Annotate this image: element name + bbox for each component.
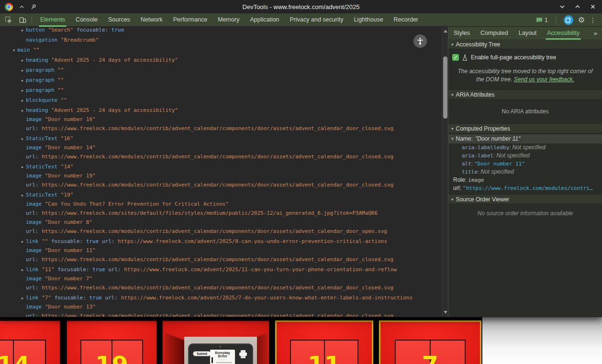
tab-application[interactable]: Application [245,13,284,27]
tree-part-url: https://www.freelock.com/modules/contrib… [42,125,393,132]
tree-row[interactable]: ▸StaticText "19" [0,190,448,200]
expander-collapsed-icon[interactable]: ▸ [19,190,26,200]
advent-door-14[interactable]: 14 [0,320,61,364]
expander-collapsed-icon[interactable]: ▸ [19,96,26,106]
computed-prop-aria-labelledby: aria-labelledby: Not specified [448,143,602,152]
tree-row[interactable]: ▸link "11" focusable: true url: https://… [0,265,448,275]
tree-row[interactable]: url: https://www.freelock.com/modules/co… [0,254,448,265]
tree-scrollbar[interactable] [442,27,448,317]
tree-row[interactable]: ▸StaticText "16" [0,133,448,143]
device-toolbar-icon[interactable] [16,15,29,25]
tab-lighthouse[interactable]: Lighthouse [348,13,388,27]
expander-collapsed-icon[interactable]: ▸ [19,66,26,76]
tree-row[interactable]: ▾main "" [0,45,448,55]
expander-collapsed-icon[interactable]: ▸ [19,293,26,303]
fullpage-tree-label[interactable]: Enable full-page accessibility tree [471,54,556,61]
tree-row[interactable]: image "Door number 11" [0,246,448,254]
tree-row[interactable]: ▸heading "Advent 2025 - 24 days of acces… [0,105,448,115]
accessibility-overlay-icon[interactable] [413,34,427,48]
tree-row[interactable]: url: https://www.freelock.com/modules/co… [0,180,448,190]
tree-part-prop: url: [26,154,39,160]
tree-part-url: https://www.freelock.com/modules/contrib… [42,285,393,291]
expander-collapsed-icon[interactable]: ▸ [19,55,26,66]
expander-collapsed-icon[interactable]: ▸ [19,27,26,35]
tree-row[interactable]: image "Door number 19" [0,172,448,180]
advent-door-11[interactable]: 11 [274,320,374,364]
tree-row[interactable]: url: https://www.freelock.com/modules/co… [0,226,448,236]
scrollbar-up-arrow-icon[interactable] [444,30,447,33]
tree-row[interactable]: url: https://www.freelock.com/modules/co… [0,152,448,162]
tree-row[interactable]: image "Door number 16" [0,115,448,123]
expander-expanded-icon[interactable]: ▾ [11,45,17,55]
section-source-order-viewer[interactable]: ▾ Source Order Viewer [448,195,602,204]
close-button[interactable] [590,3,596,10]
tree-row[interactable]: ▸link "7" focusable: true url: https://w… [0,293,448,303]
tab-privacy-and-security[interactable]: Privacy and security [285,13,349,27]
expander-collapsed-icon[interactable]: ▸ [19,237,26,247]
tree-row[interactable]: image "Door number 14" [0,143,448,152]
more-tabs-icon[interactable]: » [594,30,602,37]
printer-icon [238,350,248,359]
tree-row[interactable]: url: https://www.freelock.com/modules/co… [0,283,448,293]
feedback-link[interactable]: Send us your feedback. [514,76,574,83]
expander-collapsed-icon[interactable]: ▸ [19,106,26,116]
expander-collapsed-icon[interactable]: ▸ [19,162,26,172]
devtools-extension-icon[interactable] [564,15,573,25]
tree-row[interactable]: url: https://www.freelock.com/sites/defa… [0,208,448,218]
tab-layout[interactable]: Layout [513,27,542,40]
keep-above-icon[interactable] [19,4,25,10]
tree-row[interactable]: url: https://www.freelock.com/modules/co… [0,123,448,133]
expander-collapsed-icon[interactable]: ▸ [19,134,26,144]
expander-collapsed-icon[interactable]: ▸ [19,265,26,275]
tab-console[interactable]: Console [70,13,103,27]
door-article-image[interactable]: SubmitEveryday Errict— — —✎ [184,337,257,364]
tree-row[interactable]: image "Door number 8" [0,218,448,226]
expander-collapsed-icon[interactable]: ▸ [19,76,26,86]
tree-row[interactable]: url: https://www.freelock.com/modules/co… [0,311,448,317]
minimize-button[interactable] [559,3,566,10]
inspect-icon[interactable] [2,15,14,25]
tree-row[interactable]: image "Door number 7" [0,275,448,283]
tab-elements[interactable]: Elements [35,13,70,27]
tree-row[interactable]: ▸StaticText "14" [0,162,448,172]
settings-gear-icon[interactable]: ⚙ [578,16,585,24]
scrollbar-thumb[interactable] [443,56,447,119]
tree-row[interactable]: ▸paragraph "" [0,75,448,85]
tree-part-role: link [26,266,39,273]
tree-row[interactable]: ▸link "" focusable: true url: https://ww… [0,236,448,246]
prop-name: title [462,169,478,175]
prop-value: Not specified [480,168,513,175]
advent-door-7[interactable]: 7 [378,320,482,364]
tab-accessibility[interactable]: Accessibility [542,27,585,40]
fullpage-tree-checkbox[interactable]: ✓ [452,54,459,61]
tab-recorder[interactable]: Recorder [389,13,424,27]
tree-row[interactable]: ▸paragraph "" [0,85,448,95]
tree-row[interactable]: image "Door number 13" [0,303,448,311]
tab-styles[interactable]: Styles [448,27,475,40]
expander-collapsed-icon[interactable]: ▸ [19,86,26,96]
console-messages-icon[interactable]: 1 [536,17,548,23]
advent-door-8[interactable]: SubmitEveryday Errict— — —✎ [161,320,270,364]
section-accessibility-tree[interactable]: ▾ Accessibility Tree [448,40,602,49]
computed-name-row[interactable]: ▾ Name: "Door number 11" [448,134,602,143]
section-aria-attributes[interactable]: ▾ ARIA Attributes [448,90,602,99]
tab-network[interactable]: Network [135,13,168,27]
tab-sources[interactable]: Sources [103,13,135,27]
tree-part-str: "11" [42,266,55,273]
advent-door-19[interactable]: 19 [66,320,158,364]
tree-row[interactable]: ▸button "Search" focusable: true [0,27,448,35]
computed-properties: ▾ Name: "Door number 11" aria-labelledby… [448,133,602,195]
maximize-button[interactable] [574,3,581,10]
tree-row[interactable]: ▸blockquote "" [0,95,448,105]
pin-icon[interactable] [31,4,37,10]
tree-row[interactable]: ▸heading "Advent 2025 - 24 days of acces… [0,55,448,65]
scrollbar-down-arrow-icon[interactable] [444,311,447,314]
kebab-menu-icon[interactable]: ⋮ [590,16,596,24]
tab-memory[interactable]: Memory [212,13,245,27]
section-computed-properties[interactable]: ▾ Computed Properties [448,124,602,133]
tab-performance[interactable]: Performance [168,13,213,27]
tab-computed[interactable]: Computed [475,27,513,40]
tree-row[interactable]: image "Can You Undo That? Error Preventi… [0,200,448,208]
tree-row[interactable]: ▸paragraph "" [0,65,448,75]
tree-row[interactable]: navigation "Breadcrumb" [0,35,448,45]
